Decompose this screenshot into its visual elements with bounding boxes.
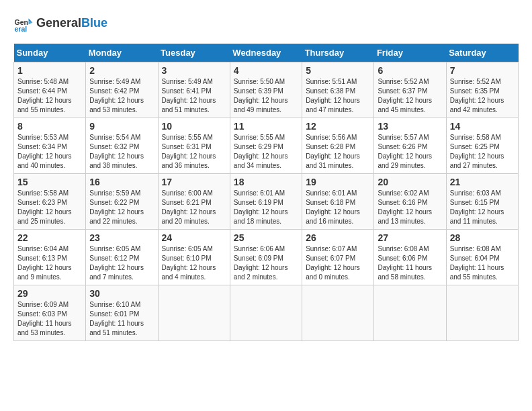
calendar-cell: 4 Sunrise: 5:50 AM Sunset: 6:39 PM Dayli… <box>230 62 302 118</box>
col-header-saturday: Saturday <box>446 44 518 62</box>
calendar-cell: 15 Sunrise: 5:58 AM Sunset: 6:23 PM Dayl… <box>14 174 86 230</box>
day-info: Sunrise: 6:00 AM Sunset: 6:21 PM Dayligh… <box>162 189 226 226</box>
day-number: 23 <box>89 232 154 243</box>
calendar-cell: 27 Sunrise: 6:08 AM Sunset: 6:06 PM Dayl… <box>374 230 446 285</box>
day-info: Sunrise: 6:06 AM Sunset: 6:09 PM Dayligh… <box>234 244 298 282</box>
day-info: Sunrise: 6:03 AM Sunset: 6:15 PM Dayligh… <box>450 189 515 226</box>
day-number: 12 <box>306 121 370 132</box>
day-number: 24 <box>162 232 226 243</box>
calendar-cell: 19 Sunrise: 6:01 AM Sunset: 6:18 PM Dayl… <box>302 174 374 230</box>
calendar-cell: 5 Sunrise: 5:51 AM Sunset: 6:38 PM Dayli… <box>302 62 374 118</box>
day-number: 13 <box>378 121 442 132</box>
day-info: Sunrise: 5:58 AM Sunset: 6:23 PM Dayligh… <box>17 189 82 226</box>
day-number: 9 <box>89 121 154 132</box>
day-number: 29 <box>17 288 82 299</box>
header-row: SundayMondayTuesdayWednesdayThursdayFrid… <box>14 44 519 62</box>
calendar-cell: 25 Sunrise: 6:06 AM Sunset: 6:09 PM Dayl… <box>230 230 302 285</box>
day-info: Sunrise: 5:59 AM Sunset: 6:22 PM Dayligh… <box>89 189 154 226</box>
day-number: 10 <box>162 121 226 132</box>
calendar-cell: 21 Sunrise: 6:03 AM Sunset: 6:15 PM Dayl… <box>446 174 518 230</box>
week-row-3: 15 Sunrise: 5:58 AM Sunset: 6:23 PM Dayl… <box>14 174 519 230</box>
day-info: Sunrise: 5:49 AM Sunset: 6:41 PM Dayligh… <box>162 77 226 115</box>
week-row-1: 1 Sunrise: 5:48 AM Sunset: 6:44 PM Dayli… <box>14 62 519 118</box>
calendar-cell <box>302 285 374 341</box>
calendar-cell: 18 Sunrise: 6:01 AM Sunset: 6:19 PM Dayl… <box>230 174 302 230</box>
day-number: 4 <box>234 65 298 76</box>
day-info: Sunrise: 5:55 AM Sunset: 6:29 PM Dayligh… <box>234 133 298 171</box>
svg-text:eral: eral <box>15 25 28 33</box>
calendar-cell: 3 Sunrise: 5:49 AM Sunset: 6:41 PM Dayli… <box>158 62 230 118</box>
calendar-cell <box>374 285 446 341</box>
day-info: Sunrise: 5:56 AM Sunset: 6:28 PM Dayligh… <box>306 133 370 171</box>
calendar-cell: 14 Sunrise: 5:58 AM Sunset: 6:25 PM Dayl… <box>446 118 518 174</box>
day-info: Sunrise: 5:58 AM Sunset: 6:25 PM Dayligh… <box>450 133 515 171</box>
calendar-cell: 16 Sunrise: 5:59 AM Sunset: 6:22 PM Dayl… <box>86 174 158 230</box>
calendar-cell <box>230 285 302 341</box>
calendar-cell: 22 Sunrise: 6:04 AM Sunset: 6:13 PM Dayl… <box>14 230 86 285</box>
day-info: Sunrise: 6:05 AM Sunset: 6:10 PM Dayligh… <box>162 244 226 282</box>
day-info: Sunrise: 6:08 AM Sunset: 6:04 PM Dayligh… <box>450 244 515 282</box>
day-info: Sunrise: 6:08 AM Sunset: 6:06 PM Dayligh… <box>378 244 442 282</box>
calendar-cell: 8 Sunrise: 5:53 AM Sunset: 6:34 PM Dayli… <box>14 118 86 174</box>
day-info: Sunrise: 5:55 AM Sunset: 6:31 PM Dayligh… <box>162 133 226 171</box>
calendar-cell: 1 Sunrise: 5:48 AM Sunset: 6:44 PM Dayli… <box>14 62 86 118</box>
day-info: Sunrise: 5:57 AM Sunset: 6:26 PM Dayligh… <box>378 133 442 171</box>
day-info: Sunrise: 6:07 AM Sunset: 6:07 PM Dayligh… <box>306 244 370 282</box>
calendar-cell: 7 Sunrise: 5:52 AM Sunset: 6:35 PM Dayli… <box>446 62 518 118</box>
day-number: 7 <box>450 65 515 76</box>
day-number: 30 <box>89 288 154 299</box>
calendar-cell: 24 Sunrise: 6:05 AM Sunset: 6:10 PM Dayl… <box>158 230 230 285</box>
col-header-friday: Friday <box>374 44 446 62</box>
day-number: 28 <box>450 232 515 243</box>
day-number: 3 <box>162 65 226 76</box>
day-info: Sunrise: 6:04 AM Sunset: 6:13 PM Dayligh… <box>17 244 82 282</box>
calendar-cell: 23 Sunrise: 6:05 AM Sunset: 6:12 PM Dayl… <box>86 230 158 285</box>
week-row-2: 8 Sunrise: 5:53 AM Sunset: 6:34 PM Dayli… <box>14 118 519 174</box>
logo-icon: Gen eral <box>13 13 34 34</box>
logo: Gen eral GeneralBlue <box>13 13 107 34</box>
day-number: 11 <box>234 121 298 132</box>
calendar-cell: 9 Sunrise: 5:54 AM Sunset: 6:32 PM Dayli… <box>86 118 158 174</box>
day-info: Sunrise: 5:51 AM Sunset: 6:38 PM Dayligh… <box>306 77 370 115</box>
day-number: 5 <box>306 65 370 76</box>
day-number: 19 <box>306 177 370 187</box>
day-number: 1 <box>17 65 82 76</box>
day-number: 6 <box>378 65 442 76</box>
day-info: Sunrise: 5:50 AM Sunset: 6:39 PM Dayligh… <box>234 77 298 115</box>
day-info: Sunrise: 6:10 AM Sunset: 6:01 PM Dayligh… <box>89 300 154 338</box>
day-number: 8 <box>17 121 82 132</box>
col-header-sunday: Sunday <box>14 44 86 62</box>
day-number: 22 <box>17 232 82 243</box>
day-info: Sunrise: 5:49 AM Sunset: 6:42 PM Dayligh… <box>89 77 154 115</box>
day-number: 15 <box>17 177 82 187</box>
calendar-cell: 13 Sunrise: 5:57 AM Sunset: 6:26 PM Dayl… <box>374 118 446 174</box>
col-header-monday: Monday <box>86 44 158 62</box>
day-number: 21 <box>450 177 515 187</box>
calendar-cell: 6 Sunrise: 5:52 AM Sunset: 6:37 PM Dayli… <box>374 62 446 118</box>
day-info: Sunrise: 5:54 AM Sunset: 6:32 PM Dayligh… <box>89 133 154 171</box>
calendar-cell: 28 Sunrise: 6:08 AM Sunset: 6:04 PM Dayl… <box>446 230 518 285</box>
day-number: 17 <box>162 177 226 187</box>
calendar-cell <box>446 285 518 341</box>
calendar-cell <box>158 285 230 341</box>
day-info: Sunrise: 6:01 AM Sunset: 6:18 PM Dayligh… <box>306 189 370 226</box>
calendar-table: SundayMondayTuesdayWednesdayThursdayFrid… <box>13 44 519 341</box>
calendar-cell: 2 Sunrise: 5:49 AM Sunset: 6:42 PM Dayli… <box>86 62 158 118</box>
day-info: Sunrise: 6:01 AM Sunset: 6:19 PM Dayligh… <box>234 189 298 226</box>
day-number: 27 <box>378 232 442 243</box>
calendar-cell: 30 Sunrise: 6:10 AM Sunset: 6:01 PM Dayl… <box>86 285 158 341</box>
day-number: 14 <box>450 121 515 132</box>
day-info: Sunrise: 6:05 AM Sunset: 6:12 PM Dayligh… <box>89 244 154 282</box>
col-header-tuesday: Tuesday <box>158 44 230 62</box>
calendar-cell: 17 Sunrise: 6:00 AM Sunset: 6:21 PM Dayl… <box>158 174 230 230</box>
week-row-4: 22 Sunrise: 6:04 AM Sunset: 6:13 PM Dayl… <box>14 230 519 285</box>
day-info: Sunrise: 6:09 AM Sunset: 6:03 PM Dayligh… <box>17 300 82 338</box>
day-number: 25 <box>234 232 298 243</box>
logo-blue: Blue <box>81 16 107 30</box>
col-header-thursday: Thursday <box>302 44 374 62</box>
week-row-5: 29 Sunrise: 6:09 AM Sunset: 6:03 PM Dayl… <box>14 285 519 341</box>
day-info: Sunrise: 6:02 AM Sunset: 6:16 PM Dayligh… <box>378 189 442 226</box>
day-number: 2 <box>89 65 154 76</box>
calendar-cell: 10 Sunrise: 5:55 AM Sunset: 6:31 PM Dayl… <box>158 118 230 174</box>
day-info: Sunrise: 5:48 AM Sunset: 6:44 PM Dayligh… <box>17 77 82 115</box>
